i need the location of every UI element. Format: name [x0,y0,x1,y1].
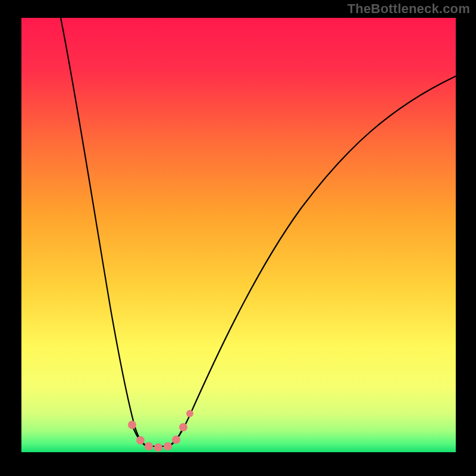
svg-point-2 [136,436,145,444]
watermark-text: TheBottleneck.com [347,1,470,17]
svg-point-4 [154,443,162,452]
svg-point-8 [186,410,193,417]
bottleneck-curve [21,18,456,452]
svg-point-1 [128,421,136,429]
svg-point-3 [145,442,153,450]
svg-point-6 [172,436,180,444]
svg-point-7 [179,423,187,431]
svg-point-5 [164,442,172,450]
chart-plot-area [21,18,456,452]
